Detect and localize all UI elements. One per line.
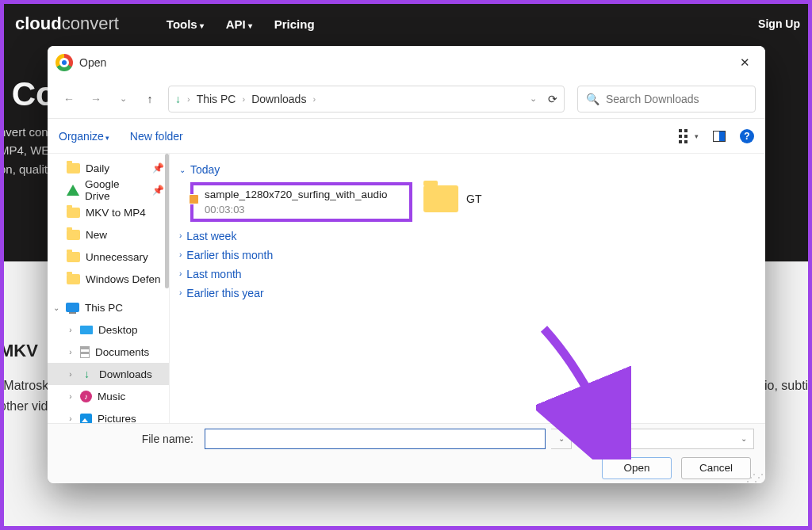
- folder-icon: [67, 208, 80, 218]
- chevron-right-icon: ›: [179, 269, 182, 278]
- dialog-footer: File name: ⌄ es⌄ Open Cancel ⋰⋰: [48, 423, 765, 483]
- file-open-dialog: Open ✕ ← → ⌄ ↑ ↓ › This PC › Downloads ›…: [48, 46, 765, 483]
- document-icon: [80, 346, 90, 358]
- refresh-icon[interactable]: ⟳: [548, 93, 557, 105]
- pin-icon: 📌: [152, 185, 164, 196]
- dialog-toolbar: Organize▾ New folder ▾ ?: [48, 119, 765, 154]
- group-last-month[interactable]: ›Last month: [179, 268, 756, 280]
- tree-item-downloads[interactable]: ›↓Downloads: [48, 363, 169, 385]
- file-name: sample_1280x720_surfing_with_audio: [205, 189, 387, 202]
- file-duration: 00:03:03: [205, 204, 387, 215]
- chevron-down-icon: ⌄: [179, 166, 186, 174]
- chevron-right-icon: ›: [179, 288, 182, 297]
- nav-forward-icon: →: [84, 87, 108, 111]
- shield-icon: [189, 194, 199, 204]
- chevron-right-icon: ›: [179, 231, 182, 240]
- search-input[interactable]: [606, 93, 747, 105]
- chevron-right-icon: ›: [67, 326, 75, 334]
- folder-icon: [67, 274, 80, 284]
- dialog-titlebar[interactable]: Open ✕: [48, 46, 765, 79]
- chevron-right-icon: ›: [187, 94, 190, 104]
- menu-api[interactable]: API▾: [226, 17, 252, 31]
- new-folder-button[interactable]: New folder: [130, 130, 183, 143]
- tree-item-music[interactable]: ›Music: [48, 385, 169, 407]
- tree-item-desktop[interactable]: ›Desktop: [48, 318, 169, 341]
- chevron-right-icon: ›: [67, 348, 75, 357]
- address-bar[interactable]: ↓ › This PC › Downloads › ⌄ ⟳: [168, 86, 565, 112]
- downloads-icon: ↓: [175, 93, 181, 105]
- close-button[interactable]: ✕: [727, 51, 762, 74]
- chevron-right-icon: ›: [67, 392, 75, 401]
- folder-icon: [67, 252, 80, 262]
- breadcrumb-folder[interactable]: Downloads: [251, 93, 306, 105]
- gdrive-icon: [67, 185, 79, 196]
- music-icon: [80, 391, 92, 402]
- breadcrumb-root[interactable]: This PC: [197, 93, 236, 105]
- dialog-nav: ← → ⌄ ↑ ↓ › This PC › Downloads › ⌄ ⟳ 🔍: [48, 79, 765, 119]
- address-expand-icon[interactable]: ⌄: [530, 93, 537, 104]
- pictures-icon: [80, 414, 92, 424]
- filename-input[interactable]: [205, 429, 546, 449]
- file-list[interactable]: ⌄Today sample_1280x720_surfing_with_audi…: [170, 154, 765, 423]
- tree-item-thispc[interactable]: ⌄This PC: [48, 296, 169, 318]
- filetype-select[interactable]: es⌄: [611, 429, 754, 449]
- view-mode-button[interactable]: ▾: [679, 129, 699, 143]
- menu-pricing[interactable]: Pricing: [274, 17, 315, 31]
- tree-item-mkv[interactable]: MKV to MP4: [48, 201, 169, 223]
- folder-icon: [67, 230, 80, 240]
- tree-item-gdrive[interactable]: Google Drive📌: [48, 179, 169, 201]
- nav-up-icon[interactable]: ↑: [138, 87, 162, 111]
- search-icon: 🔍: [586, 93, 599, 105]
- signup-link[interactable]: Sign Up: [758, 17, 808, 30]
- pin-icon: 📌: [152, 162, 164, 173]
- tree-item-documents[interactable]: ›Documents: [48, 341, 169, 363]
- brand-logo[interactable]: cloudconvert: [15, 13, 119, 34]
- resize-grip-icon[interactable]: ⋰⋰: [746, 476, 762, 480]
- dialog-title: Open: [79, 56, 106, 69]
- filename-label: File name:: [59, 433, 193, 445]
- chevron-right-icon: ›: [67, 370, 75, 379]
- nav-recent-icon[interactable]: ⌄: [111, 87, 135, 111]
- pc-icon: [66, 303, 79, 312]
- help-icon[interactable]: ?: [740, 129, 754, 143]
- group-today[interactable]: ⌄Today: [179, 163, 756, 176]
- menu-tools[interactable]: Tools▾: [167, 17, 204, 31]
- organize-menu[interactable]: Organize▾: [59, 130, 109, 143]
- search-box[interactable]: 🔍: [577, 86, 756, 112]
- main-menu: Tools▾ API▾ Pricing: [167, 17, 315, 31]
- folder-tree[interactable]: Daily📌 Google Drive📌 MKV to MP4 New Unne…: [48, 154, 170, 423]
- filename-history-button[interactable]: ⌄: [551, 429, 572, 449]
- chevron-right-icon: ›: [67, 414, 75, 423]
- downloads-icon: ↓: [80, 368, 94, 380]
- tree-item-defender[interactable]: Windows Defender: [48, 268, 169, 290]
- chevron-right-icon: ›: [179, 250, 182, 259]
- group-earlier-year[interactable]: ›Earlier this year: [179, 287, 756, 299]
- chevron-right-icon: ›: [242, 94, 245, 104]
- nav-back-icon[interactable]: ←: [57, 87, 81, 111]
- folder-icon: [423, 185, 458, 212]
- open-button[interactable]: Open: [602, 457, 672, 479]
- file-item-sample-video[interactable]: sample_1280x720_surfing_with_audio 00:03…: [190, 182, 412, 222]
- site-header: cloudconvert Tools▾ API▾ Pricing Sign Up: [4, 4, 808, 44]
- folder-icon: [67, 163, 80, 173]
- tree-item-daily[interactable]: Daily📌: [48, 157, 169, 179]
- chevron-down-icon: ⌄: [52, 303, 60, 312]
- group-earlier-month[interactable]: ›Earlier this month: [179, 249, 756, 261]
- folder-item-gt[interactable]: GT: [423, 182, 481, 212]
- chevron-right-icon: ›: [312, 94, 316, 104]
- preview-pane-icon[interactable]: [713, 131, 726, 142]
- cancel-button[interactable]: Cancel: [681, 457, 751, 479]
- group-last-week[interactable]: ›Last week: [179, 230, 756, 242]
- chrome-icon: [56, 54, 73, 71]
- tree-item-unnecessary[interactable]: Unnecessary: [48, 246, 169, 268]
- grid-icon: [679, 129, 690, 143]
- desktop-icon: [80, 326, 93, 334]
- tree-item-pictures[interactable]: ›Pictures: [48, 407, 169, 423]
- tree-item-new[interactable]: New: [48, 223, 169, 246]
- folder-label: GT: [466, 193, 481, 205]
